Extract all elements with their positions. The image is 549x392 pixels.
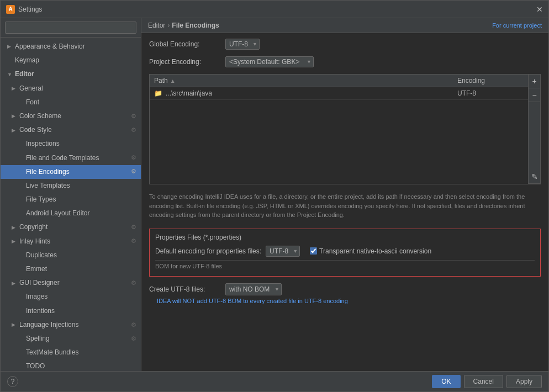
sidebar-item-todo[interactable]: TODO: [1, 359, 141, 371]
arrow-icon: ▶: [12, 84, 17, 92]
sidebar-item-android-layout[interactable]: Android Layout Editor: [1, 206, 141, 220]
help-button[interactable]: ?: [7, 376, 18, 387]
sidebar-item-gui-designer[interactable]: ▶ GUI Designer ⚙: [1, 276, 141, 290]
settings-icon: ⚙: [131, 167, 136, 177]
nav-tree: ▶ Appearance & Behavior Keymap ▼ Editor …: [1, 38, 141, 371]
window-title: Settings: [18, 6, 42, 13]
sidebar-item-emmet[interactable]: Emmet: [1, 262, 141, 276]
global-encoding-select[interactable]: UTF-8: [225, 39, 260, 50]
title-bar-left: A Settings: [6, 5, 42, 14]
sidebar-item-label: General: [19, 83, 43, 94]
sidebar-item-language-injections[interactable]: ▶ Language Injections ⚙: [1, 318, 141, 332]
search-wrapper: 🔍: [5, 22, 136, 34]
app-icon: A: [6, 5, 15, 14]
table-side-actions: + − ✎: [528, 75, 540, 184]
settings-icon: ⚙: [131, 278, 136, 288]
arrow-spacer: [18, 363, 24, 370]
arrow-spacer: [18, 335, 24, 342]
global-encoding-dropdown-wrapper: UTF-8 ▼: [225, 39, 260, 50]
arrow-icon: ▶: [12, 321, 17, 329]
sidebar-item-label: Code Style: [19, 125, 52, 135]
settings-icon: ⚙: [131, 334, 136, 344]
title-bar: A Settings ✕: [1, 1, 548, 18]
sidebar-item-label: Keymap: [15, 55, 39, 66]
arrow-icon: ▶: [7, 43, 13, 50]
arrow-spacer: [18, 182, 24, 189]
footer-note-suffix: to every created file in UTF-8 encoding: [241, 298, 348, 304]
sidebar-item-label: Font: [26, 97, 39, 108]
close-button[interactable]: ✕: [536, 5, 543, 14]
sidebar-item-general[interactable]: ▶ General: [1, 82, 141, 96]
sidebar-item-appearance[interactable]: ▶ Appearance & Behavior: [1, 40, 141, 54]
utf8-bom-note: IDEA will NOT add UTF-8 BOM to every cre…: [157, 298, 348, 304]
table-header: Path ▲ Encoding: [150, 75, 540, 87]
sidebar: 🔍 ▶ Appearance & Behavior Keymap ▼: [1, 18, 141, 371]
sidebar-item-label: GUI Designer: [19, 278, 60, 288]
properties-encoding-label: Default encoding for properties files:: [155, 247, 261, 255]
settings-icon: ⚙: [131, 236, 136, 246]
for-current-project-link[interactable]: For current project: [492, 22, 542, 29]
sidebar-item-textmate[interactable]: TextMate Bundles: [1, 346, 141, 359]
dialog-body: 🔍 ▶ Appearance & Behavior Keymap ▼: [1, 18, 548, 371]
settings-icon: ⚙: [131, 320, 136, 330]
arrow-spacer: [18, 140, 24, 148]
transparent-conversion-label: Transparent native-to-ascii conversion: [319, 247, 431, 255]
sidebar-item-live-templates[interactable]: Live Templates: [1, 179, 141, 193]
sidebar-item-file-types[interactable]: File Types: [1, 193, 141, 206]
sidebar-item-label: File and Code Templates: [26, 153, 99, 163]
sidebar-item-label: Inlay Hints: [19, 236, 50, 247]
main-content: Editor › File Encodings For current proj…: [141, 18, 548, 371]
sidebar-item-copyright[interactable]: ▶ Copyright ⚙: [1, 220, 141, 234]
create-utf8-row: Create UTF-8 files: with NO BOM with BOM…: [149, 281, 541, 306]
add-encoding-button[interactable]: +: [529, 75, 540, 88]
content-area: Global Encoding: UTF-8 ▼ Project Encodin…: [141, 33, 548, 371]
settings-icon: ⚙: [131, 112, 136, 121]
sidebar-item-inspections[interactable]: Inspections: [1, 137, 141, 151]
project-encoding-select[interactable]: <System Default: GBK>: [225, 56, 314, 67]
sidebar-item-code-style[interactable]: ▶ Code Style ⚙: [1, 123, 141, 137]
cancel-button[interactable]: Cancel: [464, 375, 503, 388]
sidebar-item-label: Emmet: [26, 264, 47, 274]
sidebar-item-file-encodings[interactable]: File Encodings ⚙: [1, 165, 141, 179]
remove-encoding-button[interactable]: −: [529, 88, 540, 102]
sidebar-item-label: Spelling: [26, 333, 50, 344]
sidebar-item-color-scheme[interactable]: ▶ Color Scheme ⚙: [1, 109, 141, 123]
ok-button[interactable]: OK: [432, 375, 460, 388]
sidebar-item-duplicates[interactable]: Duplicates: [1, 248, 141, 262]
sidebar-item-intentions[interactable]: Intentions: [1, 304, 141, 318]
properties-encoding-select[interactable]: UTF-8: [266, 246, 300, 257]
create-utf8-select[interactable]: with NO BOM with BOM: [225, 283, 282, 295]
sidebar-item-label: Appearance & Behavior: [15, 41, 85, 52]
apply-button[interactable]: Apply: [506, 375, 542, 388]
settings-icon: ⚙: [131, 153, 136, 163]
breadcrumb-parent: Editor: [148, 22, 165, 29]
search-input[interactable]: [5, 22, 136, 34]
arrow-spacer: [18, 349, 24, 357]
encoding-table-wrapper: Path ▲ Encoding 📁 ...\src\main\java UTF-…: [149, 74, 541, 184]
footer-note-prefix: IDEA will NOT add: [157, 298, 209, 304]
arrow-spacer: [18, 293, 24, 301]
edit-encoding-button[interactable]: ✎: [529, 170, 540, 184]
transparent-conversion-checkbox[interactable]: [310, 247, 317, 255]
bom-section-label: BOM for new UTF-8 files: [155, 260, 535, 272]
sidebar-item-label: Android Layout Editor: [26, 208, 89, 219]
sidebar-item-editor[interactable]: ▼ Editor: [1, 67, 141, 81]
global-encoding-row: Global Encoding: UTF-8 ▼: [149, 39, 541, 50]
sidebar-item-label: Language Injections: [19, 320, 78, 330]
info-text: To change encoding IntelliJ IDEA uses fo…: [149, 189, 541, 223]
sidebar-item-font[interactable]: Font: [1, 96, 141, 109]
breadcrumb: Editor › File Encodings For current proj…: [141, 18, 548, 33]
utf8-bom-link: UTF-8 BOM: [209, 298, 241, 304]
properties-encoding-row: Default encoding for properties files: U…: [155, 246, 535, 257]
sidebar-item-file-code-templates[interactable]: File and Code Templates ⚙: [1, 151, 141, 165]
sidebar-item-images[interactable]: Images: [1, 290, 141, 304]
arrow-spacer: [18, 168, 24, 176]
sidebar-item-label: TextMate Bundles: [26, 347, 78, 358]
sidebar-item-keymap[interactable]: Keymap: [1, 54, 141, 67]
sidebar-item-inlay-hints[interactable]: ▶ Inlay Hints ⚙: [1, 235, 141, 248]
arrow-spacer: [18, 251, 24, 259]
arrow-icon: ▶: [12, 237, 17, 245]
arrow-icon: ▶: [12, 126, 17, 134]
breadcrumb-separator: ›: [167, 22, 170, 29]
sidebar-item-spelling[interactable]: Spelling ⚙: [1, 332, 141, 346]
